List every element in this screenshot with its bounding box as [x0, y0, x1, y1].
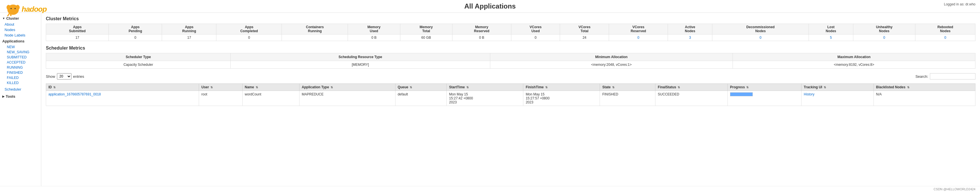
cell-finalstatus: SUCCEEDED	[655, 91, 728, 106]
show-search-row: Show 10 20 25 50 100 entries Search:	[46, 73, 975, 82]
col-containers-running: ContainersRunning	[282, 24, 348, 34]
svg-point-1	[6, 5, 11, 10]
finishtime-sort-icon: ⇅	[545, 86, 547, 89]
sidebar-item-about[interactable]: About	[0, 22, 41, 27]
cell-starttime: Mon May 15 15:27:42 +0800 2023	[447, 91, 523, 106]
val-unhealthy-nodes: 0	[853, 34, 915, 41]
val-vcores-reserved: 0	[609, 34, 668, 41]
col-finalstatus[interactable]: FinalStatus ⇅	[655, 84, 728, 91]
val-memory-reserved: 0 B	[452, 34, 511, 41]
val-apps-submitted: 17	[46, 34, 109, 41]
val-apps-pending: 0	[109, 34, 162, 41]
val-active-nodes: 3	[668, 34, 712, 41]
applications-table: ID ⇅ User ⇅ Name ⇅ Application Type ⇅ Qu…	[46, 83, 975, 106]
col-maximum-allocation: Maximum Allocation	[733, 53, 975, 61]
val-scheduler-type: Capacity Scheduler	[46, 61, 231, 69]
scheduler-metrics-title: Scheduler Metrics	[46, 46, 975, 51]
val-minimum-allocation: <memory:2048, vCores:1>	[490, 61, 733, 69]
cluster-metrics-title: Cluster Metrics	[46, 16, 975, 21]
col-vcores-reserved: VCoresReserved	[609, 24, 668, 34]
col-state[interactable]: State ⇅	[600, 84, 655, 91]
scheduler-metrics-row: Capacity Scheduler [MEMORY] <memory:2048…	[46, 61, 975, 69]
sidebar-item-failed[interactable]: FAILED	[0, 75, 41, 80]
user-sort-icon: ⇅	[210, 86, 213, 89]
col-apps-submitted: AppsSubmitted	[46, 24, 109, 34]
val-memory-total: 60 GB	[400, 34, 452, 41]
sidebar-item-submitted[interactable]: SUBMITTED	[0, 55, 41, 60]
val-decommissioned-nodes: 0	[713, 34, 809, 41]
col-scheduler-type: Scheduler Type	[46, 53, 231, 61]
val-rebooted-nodes: 0	[915, 34, 975, 41]
vcores-reserved-link[interactable]: 0	[638, 35, 640, 40]
col-apps-pending: AppsPending	[109, 24, 162, 34]
col-finishtime[interactable]: FinishTime ⇅	[523, 84, 600, 91]
col-blacklisted-nodes[interactable]: Blacklisted Nodes ⇅	[873, 84, 975, 91]
col-name[interactable]: Name ⇅	[242, 84, 299, 91]
col-lost-nodes: LostNodes	[808, 24, 853, 34]
active-nodes-link[interactable]: 3	[689, 35, 691, 40]
footer-text: CSDN @HELLOWORLD2424	[934, 187, 975, 191]
show-entries: Show 10 20 25 50 100 entries	[46, 73, 84, 80]
col-apps-completed: AppsCompleted	[216, 24, 282, 34]
col-scheduling-resource-type: Scheduling Resource Type	[231, 53, 490, 61]
sidebar-item-new[interactable]: NEW	[0, 45, 41, 50]
blacklisted-sort-icon: ⇅	[907, 86, 909, 89]
col-progress[interactable]: Progress ⇅	[728, 84, 802, 91]
col-starttime[interactable]: StartTime ⇅	[447, 84, 523, 91]
sidebar-item-killed[interactable]: KILLED	[0, 80, 41, 85]
val-apps-running: 17	[162, 34, 216, 41]
col-id[interactable]: ID ⇅	[46, 84, 199, 91]
col-application-type[interactable]: Application Type ⇅	[299, 84, 395, 91]
tools-header[interactable]: ▶ Tools	[0, 93, 41, 100]
cell-user: root	[199, 91, 242, 106]
col-memory-reserved: MemoryReserved	[452, 24, 511, 34]
tracking-ui-link[interactable]: History	[804, 92, 814, 96]
queue-sort-icon: ⇅	[410, 86, 412, 89]
col-apps-running: AppsRunning	[162, 24, 216, 34]
cell-name: wordCount	[242, 91, 299, 106]
val-lost-nodes: 5	[808, 34, 853, 41]
sidebar-item-node-labels[interactable]: Node Labels	[0, 32, 41, 38]
col-user[interactable]: User ⇅	[199, 84, 242, 91]
entries-select[interactable]: 10 20 25 50 100	[57, 73, 72, 80]
svg-point-3	[11, 8, 12, 9]
col-decommissioned-nodes: DecommissionedNodes	[713, 24, 809, 34]
search-label: Search:	[915, 74, 928, 78]
starttime-sort-icon: ⇅	[466, 86, 469, 89]
val-vcores-used: 0	[511, 34, 560, 41]
content-area: Cluster Metrics AppsSubmitted AppsPendin…	[41, 13, 980, 186]
scheduler-metrics-table: Scheduler Type Scheduling Resource Type …	[46, 53, 975, 69]
cluster-metrics-row: 17 0 17 0 0 B 60 GB 0 B 0 24 0 3 0 5 0 0	[46, 34, 975, 41]
sidebar-item-new-saving[interactable]: NEW_SAVING	[0, 50, 41, 55]
hadoop-logo: hadoop	[5, 1, 47, 17]
decommissioned-nodes-link[interactable]: 0	[760, 35, 762, 40]
logged-in-text: Logged in as: dr.who	[944, 2, 975, 6]
sidebar-item-running[interactable]: RUNNING	[0, 65, 41, 70]
main-layout: ▼ Cluster About Nodes Node Labels Applic…	[0, 13, 980, 186]
tools-label: Tools	[6, 94, 15, 99]
cluster-section: ▼ Cluster About Nodes Node Labels Applic…	[0, 15, 41, 85]
cluster-metrics-table: AppsSubmitted AppsPending AppsRunning Ap…	[46, 24, 975, 41]
app-id-link[interactable]: application_1676605787691_0018	[48, 92, 101, 96]
type-sort-icon: ⇅	[331, 86, 333, 89]
search-input[interactable]	[930, 73, 975, 80]
col-tracking-ui[interactable]: Tracking UI ⇅	[802, 84, 874, 91]
progress-bar-container	[730, 92, 753, 96]
col-vcores-total: VCoresTotal	[560, 24, 609, 34]
sidebar-item-accepted[interactable]: ACCEPTED	[0, 60, 41, 65]
cluster-label: Cluster	[6, 16, 19, 21]
rebooted-nodes-link[interactable]: 0	[944, 35, 947, 40]
cell-tracking-ui: History	[802, 91, 874, 106]
sidebar-item-finished[interactable]: FINISHED	[0, 70, 41, 75]
sidebar-item-nodes[interactable]: Nodes	[0, 27, 41, 32]
hadoop-text: hadoop	[22, 5, 47, 13]
sidebar-item-scheduler[interactable]: Scheduler	[0, 86, 41, 92]
col-queue[interactable]: Queue ⇅	[395, 84, 447, 91]
entries-label: entries	[73, 74, 84, 78]
cell-application-type: MAPREDUCE	[299, 91, 395, 106]
page-title: All Applications	[465, 2, 515, 10]
lost-nodes-link[interactable]: 5	[830, 35, 832, 40]
val-vcores-total: 24	[560, 34, 609, 41]
val-memory-used: 0 B	[348, 34, 400, 41]
unhealthy-nodes-link[interactable]: 0	[883, 35, 885, 40]
